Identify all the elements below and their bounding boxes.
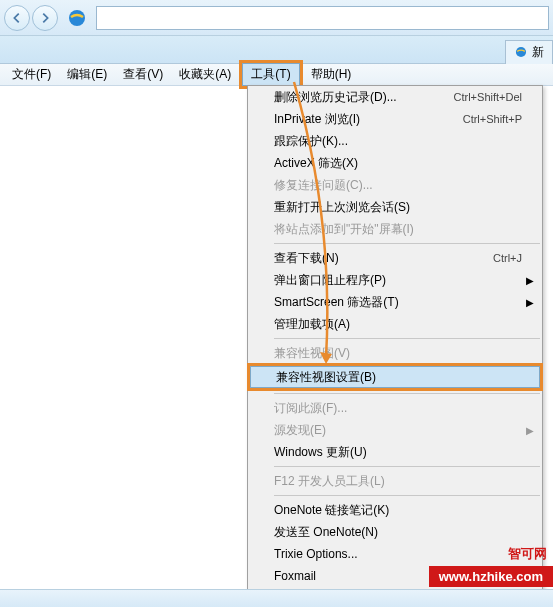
menu-item[interactable]: 发送至 OneNote(N): [248, 521, 542, 543]
menu-item[interactable]: InPrivate 浏览(I)Ctrl+Shift+P: [248, 108, 542, 130]
submenu-arrow-icon: ▶: [526, 275, 534, 286]
menu-item: 源发现(E)▶: [248, 419, 542, 441]
menu-tools[interactable]: 工具(T): [242, 63, 299, 86]
menu-item-label: 跟踪保护(K)...: [274, 133, 522, 150]
menu-separator: [274, 338, 540, 339]
menu-item[interactable]: 重新打开上次浏览会话(S): [248, 196, 542, 218]
menu-separator: [274, 495, 540, 496]
menu-item: F12 开发人员工具(L): [248, 470, 542, 492]
menu-file[interactable]: 文件(F): [4, 64, 59, 85]
submenu-arrow-icon: ▶: [526, 425, 534, 436]
menu-item[interactable]: 管理加载项(A): [248, 313, 542, 335]
menu-item-label: OneNote 链接笔记(K): [274, 502, 522, 519]
menu-item-label: ActiveX 筛选(X): [274, 155, 522, 172]
menu-item-label: 发送至 OneNote(N): [274, 524, 522, 541]
menu-item: 兼容性视图(V): [248, 342, 542, 364]
menu-item-label: 兼容性视图设置(B): [276, 369, 520, 386]
menu-help[interactable]: 帮助(H): [303, 64, 360, 85]
menu-separator: [274, 393, 540, 394]
menu-item: 订阅此源(F)...: [248, 397, 542, 419]
menu-item: 修复连接问题(C)...: [248, 174, 542, 196]
ie-logo-icon: [66, 7, 88, 29]
menu-item[interactable]: OneNote 链接笔记(K): [248, 499, 542, 521]
menu-item-label: Windows 更新(U): [274, 444, 522, 461]
menu-separator: [274, 243, 540, 244]
menu-item[interactable]: Windows 更新(U): [248, 441, 542, 463]
menu-item-label: 修复连接问题(C)...: [274, 177, 522, 194]
menu-item-label: 查看下载(N): [274, 250, 493, 267]
menu-separator: [274, 466, 540, 467]
menu-item-shortcut: Ctrl+J: [493, 252, 522, 264]
menu-bar: 文件(F) 编辑(E) 查看(V) 收藏夹(A) 工具(T) 帮助(H): [0, 64, 553, 86]
menu-item[interactable]: Trixie Options...: [248, 543, 542, 565]
menu-item-label: 重新打开上次浏览会话(S): [274, 199, 522, 216]
menu-item-label: InPrivate 浏览(I): [274, 111, 463, 128]
menu-item: 将站点添加到"开始"屏幕(I): [248, 218, 542, 240]
browser-tab[interactable]: 新: [505, 40, 553, 64]
menu-item[interactable]: 跟踪保护(K)...: [248, 130, 542, 152]
menu-item-label: 将站点添加到"开始"屏幕(I): [274, 221, 522, 238]
address-bar[interactable]: [96, 6, 549, 30]
annotation-highlight-compat: 兼容性视图设置(B): [247, 363, 543, 391]
menu-edit[interactable]: 编辑(E): [59, 64, 115, 85]
menu-item-label: F12 开发人员工具(L): [274, 473, 522, 490]
menu-favorites[interactable]: 收藏夹(A): [171, 64, 239, 85]
menu-item[interactable]: 弹出窗口阻止程序(P)▶: [248, 269, 542, 291]
ie-logo-icon: [514, 45, 528, 59]
tab-label: 新: [532, 44, 544, 61]
forward-button[interactable]: [32, 5, 58, 31]
arrow-left-icon: [10, 11, 24, 25]
svg-point-1: [516, 47, 526, 57]
menu-item-shortcut: Ctrl+Shift+P: [463, 113, 522, 125]
tools-dropdown-menu: 删除浏览历史记录(D)...Ctrl+Shift+DelInPrivate 浏览…: [247, 85, 543, 607]
menu-item-shortcut: Ctrl+Shift+Del: [454, 91, 522, 103]
menu-item-label: 源发现(E): [274, 422, 522, 439]
bottom-chrome: [0, 589, 553, 607]
watermark-text: 智可网: [508, 545, 547, 563]
menu-item[interactable]: 兼容性视图设置(B): [250, 366, 540, 388]
menu-item[interactable]: ActiveX 筛选(X): [248, 152, 542, 174]
arrow-right-icon: [38, 11, 52, 25]
menu-item[interactable]: 查看下载(N)Ctrl+J: [248, 247, 542, 269]
watermark-url: www.hzhike.com: [429, 566, 553, 587]
menu-item-label: 兼容性视图(V): [274, 345, 522, 362]
menu-item-label: 管理加载项(A): [274, 316, 522, 333]
menu-view[interactable]: 查看(V): [115, 64, 171, 85]
menu-item[interactable]: SmartScreen 筛选器(T)▶: [248, 291, 542, 313]
menu-item-label: 弹出窗口阻止程序(P): [274, 272, 522, 289]
menu-item-label: 删除浏览历史记录(D)...: [274, 89, 454, 106]
menu-item-label: 订阅此源(F)...: [274, 400, 522, 417]
submenu-arrow-icon: ▶: [526, 297, 534, 308]
menu-item-label: SmartScreen 筛选器(T): [274, 294, 522, 311]
menu-item-label: Trixie Options...: [274, 547, 522, 561]
navigation-bar: [0, 0, 553, 36]
back-button[interactable]: [4, 5, 30, 31]
menu-item[interactable]: 删除浏览历史记录(D)...Ctrl+Shift+Del: [248, 86, 542, 108]
svg-point-0: [69, 10, 85, 26]
